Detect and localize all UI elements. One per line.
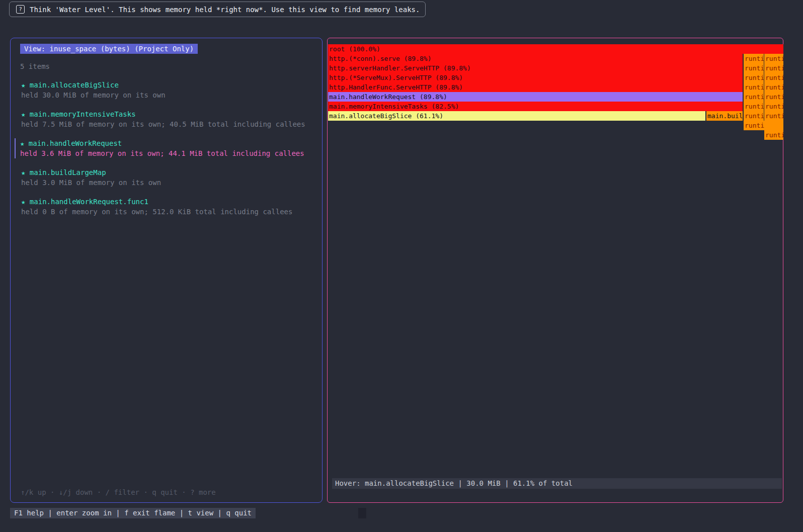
item-count: 5 items bbox=[20, 62, 315, 70]
flame-row: main.memoryIntensiveTasks (82.5%)runtiru… bbox=[328, 102, 782, 111]
flame-frame[interactable]: runti bbox=[764, 54, 783, 63]
list-item-title: ★ main.allocateBigSlice bbox=[21, 80, 315, 90]
terminal-cursor bbox=[358, 508, 366, 518]
list-item-title: ★ main.handleWorkRequest.func1 bbox=[21, 197, 315, 207]
flame-frame[interactable]: runti bbox=[764, 63, 783, 73]
view-title: View: inuse_space (bytes) (Project Only) bbox=[20, 44, 198, 54]
list-item-title: ★ main.handleWorkRequest bbox=[20, 138, 315, 148]
flame-panel: root (100.0%)http.(*conn).serve (89.8%)r… bbox=[327, 38, 783, 503]
flame-frame[interactable]: runti bbox=[744, 121, 783, 130]
flame-row: main.handleWorkRequest (89.8%)runtirunti bbox=[328, 92, 782, 102]
flame-frame[interactable]: runti bbox=[764, 92, 783, 102]
list-item[interactable]: ★ main.buildLargeMapheld 3.0 MiB of memo… bbox=[20, 167, 315, 188]
flame-frame[interactable]: main.allocateBigSlice (61.1%) bbox=[328, 111, 705, 121]
list-item-desc: held 3.0 MiB of memory on its own bbox=[21, 178, 315, 188]
list-item[interactable]: ★ main.handleWorkRequest.func1held 0 B o… bbox=[20, 197, 315, 217]
flame-graph: root (100.0%)http.(*conn).serve (89.8%)r… bbox=[328, 44, 782, 140]
help-banner: ? Think 'Water Level'. This shows memory… bbox=[9, 2, 426, 17]
flame-row: root (100.0%) bbox=[328, 44, 782, 54]
result-list: ★ main.allocateBigSliceheld 30.0 MiB of … bbox=[20, 80, 315, 217]
help-banner-text: Think 'Water Level'. This shows memory h… bbox=[30, 6, 420, 14]
flame-row: main.allocateBigSlice (61.1%)main.builru… bbox=[328, 111, 782, 121]
flame-row: http.(*conn).serve (89.8%)runtirunti bbox=[328, 54, 782, 63]
flame-frame[interactable]: http.serverHandler.ServeHTTP (89.8%) bbox=[328, 63, 743, 73]
help-icon: ? bbox=[16, 5, 25, 14]
flame-frame[interactable]: runti bbox=[744, 63, 764, 73]
flame-frame[interactable]: runti bbox=[764, 111, 783, 121]
flame-frame[interactable]: root (100.0%) bbox=[328, 44, 783, 54]
list-item-desc: held 7.5 MiB of memory on its own; 40.5 … bbox=[21, 119, 315, 129]
flame-row: runti bbox=[328, 130, 782, 140]
list-item[interactable]: ★ main.allocateBigSliceheld 30.0 MiB of … bbox=[20, 80, 315, 100]
flame-frame[interactable]: runti bbox=[744, 73, 764, 82]
terminal-screen: ? Think 'Water Level'. This shows memory… bbox=[0, 0, 803, 532]
list-item-desc: held 30.0 MiB of memory on its own bbox=[21, 90, 315, 100]
list-item-desc: held 3.6 MiB of memory on its own; 44.1 … bbox=[20, 148, 315, 158]
flame-frame[interactable]: runti bbox=[764, 73, 783, 82]
hover-status: Hover: main.allocateBigSlice | 30.0 MiB … bbox=[332, 478, 782, 489]
flame-frame[interactable]: runti bbox=[744, 102, 764, 111]
flame-row: runti bbox=[328, 121, 782, 130]
flame-row: http.HandlerFunc.ServeHTTP (89.8%)runtir… bbox=[328, 82, 782, 92]
footer-keybar: F1 help | enter zoom in | f exit flame |… bbox=[10, 508, 256, 518]
flame-frame[interactable]: main.buil bbox=[706, 111, 743, 121]
flame-frame[interactable]: http.(*ServeMux).ServeHTTP (89.8%) bbox=[328, 73, 743, 82]
flame-row: http.(*ServeMux).ServeHTTP (89.8%)runtir… bbox=[328, 73, 782, 82]
flame-frame[interactable]: runti bbox=[744, 54, 764, 63]
flame-frame[interactable]: http.(*conn).serve (89.8%) bbox=[328, 54, 743, 63]
flame-frame[interactable]: main.memoryIntensiveTasks (82.5%) bbox=[328, 102, 743, 111]
list-keybindings: ↑/k up · ↓/j down · / filter · q quit · … bbox=[21, 488, 216, 496]
flame-frame[interactable]: runti bbox=[744, 92, 764, 102]
flame-frame[interactable]: runti bbox=[764, 82, 783, 92]
list-panel: View: inuse_space (bytes) (Project Only)… bbox=[10, 38, 323, 503]
list-item-desc: held 0 B of memory on its own; 512.0 KiB… bbox=[21, 207, 315, 217]
list-item-title: ★ main.memoryIntensiveTasks bbox=[21, 109, 315, 119]
flame-frame[interactable]: runti bbox=[764, 130, 783, 140]
flame-row: http.serverHandler.ServeHTTP (89.8%)runt… bbox=[328, 63, 782, 73]
flame-frame[interactable]: main.handleWorkRequest (89.8%) bbox=[328, 92, 743, 102]
flame-frame[interactable]: http.HandlerFunc.ServeHTTP (89.8%) bbox=[328, 82, 743, 92]
list-item[interactable]: ★ main.memoryIntensiveTasksheld 7.5 MiB … bbox=[20, 109, 315, 129]
list-item[interactable]: ★ main.handleWorkRequestheld 3.6 MiB of … bbox=[15, 138, 315, 158]
list-item-title: ★ main.buildLargeMap bbox=[21, 167, 315, 178]
flame-frame[interactable]: runti bbox=[744, 111, 764, 121]
flame-frame[interactable]: runti bbox=[744, 82, 764, 92]
flame-frame[interactable]: runti bbox=[764, 102, 783, 111]
